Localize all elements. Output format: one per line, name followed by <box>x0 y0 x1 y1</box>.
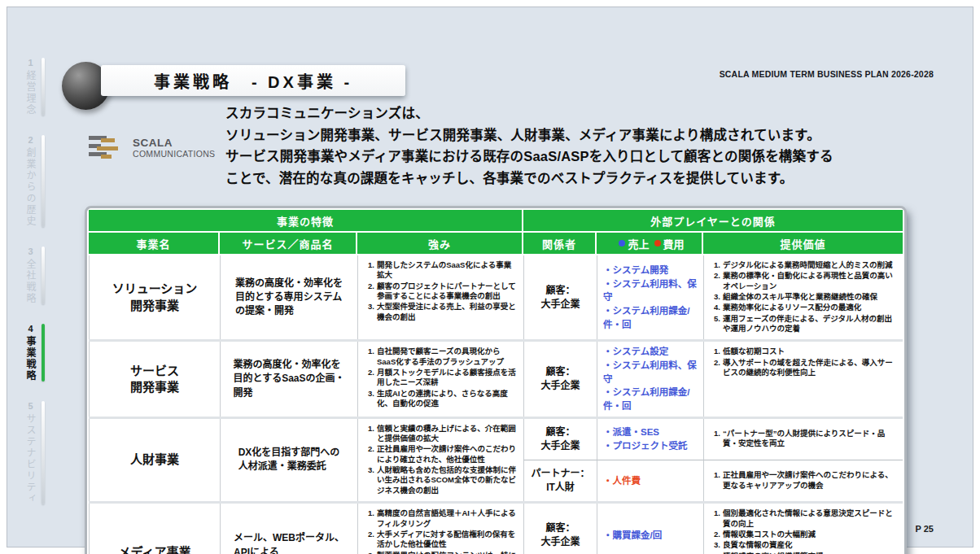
list-text: 低額な初期コスト <box>723 347 785 356</box>
service-text: DX化を目指す部門への 人材派遣・業務委託 <box>238 446 340 474</box>
flow-item: ・購買課金/回 <box>603 529 700 543</box>
sidebar-item-number: 1 <box>28 58 33 68</box>
list-number: 4. <box>709 552 720 554</box>
flows-cell: ・購買課金/回 <box>597 504 703 554</box>
list-number: 2. <box>709 358 720 378</box>
page-number: P 25 <box>916 524 934 534</box>
list-text: 組織全体のスキル平準化と業務継続性の確保 <box>723 292 877 302</box>
values-list: 1.個別最適化された情報による意思決定スピードと質の向上2.情報収集コストの大幅… <box>709 508 896 554</box>
strengths-list: 1.高精度の自然言語処理＋AI＋人手によるフィルタリング2.大手メディアに対する… <box>363 508 517 554</box>
party-cell: 顧客： 大手企業 <box>523 255 597 339</box>
page-title: 事業戦略 - DX事業 - <box>154 69 352 93</box>
sidebar-item-number: 2 <box>28 135 33 145</box>
values-list: 1.“パートナー型”の人財提供によりスピード・品質・安定性を両立 <box>709 429 896 450</box>
list-item: 3.組織全体のスキル平準化と業務継続性の確保 <box>709 292 896 302</box>
table-row: ソリューション 開発事業業務の高度化・効率化を 目的とする専用システム の提案・… <box>89 255 903 339</box>
col-header-name: 事業名 <box>89 233 220 254</box>
list-item: 1.開発したシステムのSaaS化による事業拡大 <box>363 260 517 281</box>
sidebar-item-4[interactable]: 4事業戦略 <box>24 324 45 382</box>
service-text: メール、WEBポータル、 APIによる ビジネス情報配信 <box>234 531 344 554</box>
values-list: 1.正社員雇用や一次請け案件へのこだわりによる、更なるキャリアアップの機会 <box>709 470 896 491</box>
strengths-cell: 1.自社開発で顧客ニーズの具現化からSaaS化する手法のブラッシュアップ2.月額… <box>357 342 523 416</box>
list-item: 5.運用フェーズの伴走による、デジタル人材の創出や運用ノウハウの定着 <box>709 314 896 334</box>
list-number: 2. <box>709 271 720 291</box>
sidebar-item-5[interactable]: 5サステナビリティ <box>24 401 45 504</box>
list-number: 2. <box>709 530 720 539</box>
list-item: 1.デジタル化による業務時間短縮と人的ミスの削減 <box>709 260 896 270</box>
list-text: 製薬業界向けの配信コンテンツは、特に高い独自性 <box>377 551 517 554</box>
list-item: 1.低額な初期コスト <box>709 347 896 356</box>
list-item: 2.業務の標準化・自動化による再現性と品質の高いオペレーション <box>709 271 896 291</box>
list-text: 月額ストックモデルによる顧客接点を活用したニーズ深耕 <box>377 368 517 388</box>
list-item: 3.良質な情報の資産化 <box>709 540 896 550</box>
party-cell: 顧客： 大手企業 <box>523 342 597 416</box>
sidebar-item-3[interactable]: 3全社戦略 <box>24 246 45 304</box>
list-number: 3. <box>363 302 374 322</box>
flow-item: ・システム利用料、保守 <box>603 359 700 386</box>
strengths-cell: 1.信頼と実績の積み上げによる、介在範囲と提供価値の拡大2.正社員雇用や一次請け… <box>357 419 523 501</box>
scala-logo-mark <box>89 134 126 162</box>
sidebar-item-bar <box>42 246 45 304</box>
flows-cell: ・システム開発・システム利用料、保守・システム利用課金/件・回 <box>597 255 703 339</box>
list-item: 1.信頼と実績の積み上げによる、介在範囲と提供価値の拡大 <box>363 424 517 444</box>
sidebar-item-1[interactable]: 1経営理念 <box>24 58 45 116</box>
list-number: 2. <box>363 281 374 302</box>
list-item: 3.生成AIとの連携により、さらなる高度化、自動化の促進 <box>363 389 517 409</box>
sidebar-item-label: サステナビリティ <box>24 413 37 504</box>
sidebar-item-label: 全社戦略 <box>24 259 37 304</box>
list-text: 情報収集コストの大幅削減 <box>723 530 816 539</box>
flow-item: ・システム利用課金/件・回 <box>603 304 700 331</box>
flows-cell: ・派遣・SES・プロジェクト受託 <box>597 419 703 460</box>
sidebar-item-text: 4事業戦略 <box>24 324 37 382</box>
list-number: 1. <box>709 347 720 356</box>
intro-line: ことで、潜在的な真の課題をキャッチし、各事業でのベストプラクティスを提供していま… <box>225 168 925 190</box>
list-text: 信頼と実績の積み上げによる、介在範囲と提供価値の拡大 <box>377 424 517 444</box>
sidebar-item-bar <box>42 135 45 227</box>
sidebar-item-bar <box>42 401 45 504</box>
list-number: 3. <box>363 389 374 409</box>
strengths-list: 1.自社開発で顧客ニーズの具現化からSaaS化する手法のブラッシュアップ2.月額… <box>363 347 517 408</box>
flow-item: ・システム設定 <box>603 345 700 359</box>
list-number: 3. <box>363 465 374 495</box>
list-number: 1. <box>363 260 374 281</box>
sidebar-item-label: 事業戦略 <box>24 336 37 382</box>
list-text: 人財戦略も含めた包括的な支援体制に伴い生み出されるSCOM全体での新たなビジネス… <box>377 465 517 495</box>
list-number: 4. <box>709 303 720 312</box>
sidebar-item-2[interactable]: 2創業からの歴史 <box>24 135 45 227</box>
col-header-strength: 強み <box>357 233 523 254</box>
flow-item: ・システム利用料、保守 <box>603 277 700 304</box>
service-cell: DX化を目指す部門への 人材派遣・業務委託 <box>220 419 357 501</box>
list-item: 1.正社員雇用や一次請け案件へのこだわりによる、更なるキャリアアップの機会 <box>709 470 896 491</box>
table-body: ソリューション 開発事業業務の高度化・効率化を 目的とする専用システム の提案・… <box>89 255 903 554</box>
list-number: 1. <box>709 508 720 529</box>
service-text: 業務の高度化・効率化を 目的とするSaaSの企画・ 開発 <box>234 358 345 400</box>
list-item: 3.大型案件受注による売上、利益の享受と機会の創出 <box>363 302 517 322</box>
list-item: 2.大手メディアに対する配信権利の保有を活かした他社優位性 <box>363 530 517 550</box>
values-cell: 1.個別最適化された情報による意思決定スピードと質の向上2.情報収集コストの大幅… <box>703 504 903 554</box>
values-cell: 1.正社員雇用や一次請け案件へのこだわりによる、更なるキャリアアップの機会 <box>703 460 903 501</box>
service-cell: 業務の高度化・効率化を 目的とするSaaSの企画・ 開発 <box>220 342 357 416</box>
group-header-relations: 外部プレイヤーとの関係 <box>523 210 903 231</box>
list-text: 運用フェーズの伴走による、デジタル人材の創出や運用ノウハウの定着 <box>723 314 896 334</box>
list-text: 正社員雇用や一次請け案件へのこだわりにより確立された、他社優位性 <box>377 444 517 465</box>
list-text: 生成AIとの連携により、さらなる高度化、自動化の促進 <box>377 389 517 409</box>
strengths-cell: 1.開発したシステムのSaaS化による事業拡大2.顧客のプロジェクトにパートナー… <box>357 255 523 339</box>
service-cell: メール、WEBポータル、 APIによる ビジネス情報配信 <box>220 504 357 554</box>
service-cell: 業務の高度化・効率化を 目的とする専用システム の提案・開発 <box>220 255 357 339</box>
list-text: 顧客のプロジェクトにパートナーとして参画することによる事業機会の創出 <box>377 281 517 302</box>
sidebar: 1経営理念2創業からの歴史3全社戦略4事業戦略5サステナビリティ <box>15 58 53 504</box>
sidebar-item-number: 4 <box>28 324 33 334</box>
col-header-value: 提供価値 <box>703 233 903 254</box>
list-item: 1.高精度の自然言語処理＋AI＋人手によるフィルタリング <box>363 508 517 529</box>
list-text: “パートナー型”の人財提供によりスピード・品質・安定性を両立 <box>723 429 896 449</box>
list-item: 2.月額ストックモデルによる顧客接点を活用したニーズ深耕 <box>363 368 517 388</box>
list-number: 1. <box>363 508 374 529</box>
list-text: 個別最適化された情報による意思決定スピードと質の向上 <box>723 508 896 529</box>
values-cell: 1.低額な初期コスト2.導入サポートの域を超えた伴走による、導入サービスの継続的… <box>703 342 903 416</box>
legend-revenue-dot <box>619 240 625 246</box>
list-item: 2.正社員雇用や一次請け案件へのこだわりにより確立された、他社優位性 <box>363 444 517 465</box>
sidebar-item-bar <box>42 324 45 382</box>
scala-logo-text: SCALA COMMUNICATIONS <box>133 137 215 158</box>
list-number: 2. <box>363 444 374 465</box>
strengths-list: 1.開発したシステムのSaaS化による事業拡大2.顧客のプロジェクトにパートナー… <box>363 260 517 322</box>
